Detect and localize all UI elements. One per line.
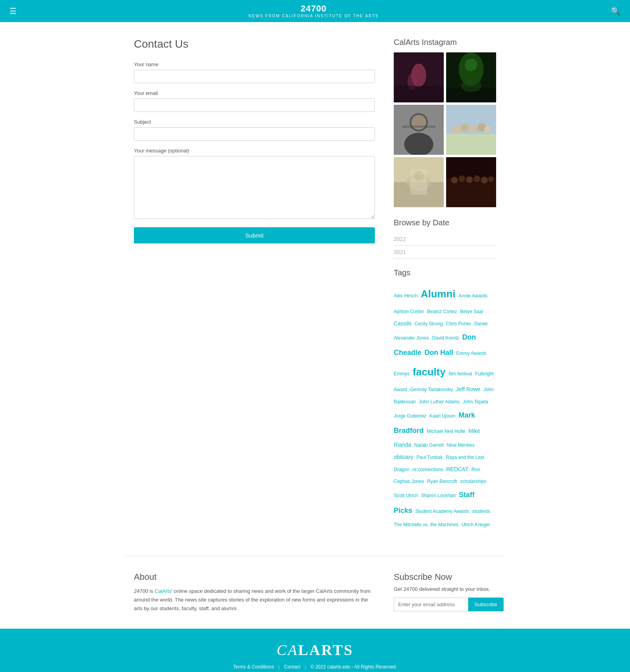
- tag-item[interactable]: Michael Ned Holte: [427, 429, 465, 434]
- svg-point-32: [481, 177, 488, 184]
- about-section: About 24700 is CalArts' online space ded…: [134, 572, 375, 613]
- footer-bottom: CaLARTS Terms & Conditions | Contact | ©…: [0, 629, 630, 672]
- tag-item[interactable]: John Luther Adams: [419, 399, 460, 405]
- instagram-image-1[interactable]: [394, 52, 444, 102]
- email-label: Your email: [134, 90, 375, 96]
- tag-item[interactable]: re:connections: [412, 467, 443, 472]
- tag-item[interactable]: REDCAT: [446, 466, 469, 472]
- svg-rect-3: [394, 86, 444, 102]
- svg-rect-15: [446, 134, 496, 155]
- tag-item[interactable]: Ryan Bancroft: [427, 479, 457, 484]
- tag-item[interactable]: Aphton Corbin: [394, 309, 424, 314]
- svg-point-33: [488, 176, 494, 182]
- tag-item[interactable]: Sharon Lockhart: [421, 493, 456, 498]
- tags-section: Tags Alex Hirsch Alumni Annie Awards Aph…: [394, 268, 496, 531]
- svg-point-30: [466, 176, 473, 183]
- message-textarea[interactable]: [134, 156, 375, 219]
- subscribe-title: Subscribe Now: [394, 572, 496, 582]
- tag-item[interactable]: The Mitchells vs. the Machines: [394, 522, 458, 527]
- tag-item[interactable]: Scott Ulrich: [394, 493, 418, 498]
- search-icon[interactable]: 🔍: [611, 6, 621, 16]
- tag-item[interactable]: Beatriz Cortez: [427, 309, 457, 314]
- tag-item[interactable]: Emmy Awards: [456, 351, 486, 356]
- tag-item[interactable]: Chris Porter: [446, 321, 471, 327]
- instagram-image-4[interactable]: [446, 105, 496, 155]
- footer-top: About 24700 is CalArts' online space ded…: [126, 556, 504, 629]
- submit-button[interactable]: Submit: [134, 227, 375, 243]
- instagram-grid: [394, 52, 496, 207]
- tag-item[interactable]: Alex Hirsch: [394, 293, 418, 299]
- subscribe-email-input[interactable]: [394, 598, 468, 611]
- about-title: About: [134, 572, 375, 582]
- svg-point-6: [465, 59, 478, 71]
- browse-by-date-section: Browse by Date 2022 2021: [394, 218, 496, 259]
- about-brand: 24700: [134, 588, 148, 594]
- tag-item[interactable]: students: [472, 509, 490, 514]
- tag-item[interactable]: Alumni: [421, 288, 456, 300]
- svg-point-19: [477, 123, 485, 132]
- name-label: Your name: [134, 61, 375, 67]
- sidebar: CalArts Instagram: [394, 38, 496, 540]
- browse-title: Browse by Date: [394, 218, 496, 227]
- instagram-image-2[interactable]: [446, 52, 496, 102]
- about-text: 24700 is CalArts' online space dedicated…: [134, 587, 375, 613]
- tag-item[interactable]: Student Academy Awards: [415, 509, 469, 514]
- svg-point-8: [461, 80, 482, 92]
- tag-item[interactable]: Annie Awards: [459, 293, 487, 299]
- tag-item[interactable]: film festival: [449, 371, 472, 377]
- footer-logo: CaLARTS: [8, 641, 622, 659]
- instagram-title: CalArts Instagram: [394, 38, 496, 47]
- terms-link[interactable]: Terms & Conditions: [233, 664, 274, 670]
- calarts-link[interactable]: CalArts: [155, 588, 172, 594]
- tag-item[interactable]: scholarships: [460, 479, 487, 484]
- copyright: © 2022 calarts.edu - All Rights Reserved…: [311, 664, 397, 670]
- svg-point-20: [484, 126, 491, 132]
- footer-links: Terms & Conditions | Contact | © 2022 ca…: [8, 664, 622, 670]
- subject-input[interactable]: [134, 127, 375, 141]
- tag-item[interactable]: faculty: [413, 366, 446, 378]
- tag-item[interactable]: Ulrich Krieger: [461, 522, 490, 527]
- subscribe-description: Get 24700 delivered straight to your inb…: [394, 586, 496, 592]
- tag-item[interactable]: Don Hall: [424, 349, 453, 356]
- subscribe-section: Subscribe Now Get 24700 delivered straig…: [394, 572, 496, 613]
- hamburger-icon[interactable]: ☰: [9, 6, 17, 16]
- instagram-image-5[interactable]: [394, 157, 444, 207]
- tag-item[interactable]: obituary: [394, 454, 413, 460]
- tag-item[interactable]: Cassils: [394, 320, 411, 327]
- tag-item[interactable]: Jeff Rowe: [456, 386, 480, 392]
- tag-item[interactable]: Nina Menkes: [447, 442, 474, 448]
- browse-year-2021[interactable]: 2021: [394, 246, 496, 259]
- svg-point-31: [474, 176, 480, 182]
- tag-item[interactable]: David Krentz: [432, 335, 459, 341]
- site-title: 24700: [248, 4, 379, 13]
- subscribe-button[interactable]: Subscribe: [468, 598, 504, 611]
- tag-item[interactable]: Paul Turbiak: [417, 455, 443, 460]
- name-input[interactable]: [134, 70, 375, 83]
- tag-item[interactable]: John Tejada: [463, 399, 488, 405]
- svg-point-18: [469, 124, 477, 133]
- page-title: Contact Us: [134, 38, 375, 50]
- tag-item[interactable]: Nataki Garrett: [414, 442, 444, 448]
- tag-item[interactable]: Jorge Gutierrez: [394, 413, 426, 419]
- browse-year-2022[interactable]: 2022: [394, 233, 496, 246]
- instagram-image-3[interactable]: [394, 105, 444, 155]
- email-input[interactable]: [134, 98, 375, 112]
- tag-item[interactable]: Cecily Strong: [415, 321, 443, 327]
- site-subtitle: NEWS FROM CALIFORNIA INSTITUTE OF THE AR…: [248, 14, 379, 18]
- svg-point-16: [452, 125, 461, 133]
- separator-1: |: [278, 664, 280, 670]
- instagram-image-6[interactable]: [446, 157, 496, 207]
- tags-cloud: Alex Hirsch Alumni Annie Awards Aphton C…: [394, 283, 496, 531]
- tag-item[interactable]: Emmys: [394, 371, 410, 377]
- tag-item[interactable]: Kaari Upson: [430, 413, 456, 419]
- message-label: Your message (optional): [134, 148, 375, 154]
- email-field-group: Your email: [134, 90, 375, 112]
- separator-2: |: [305, 664, 306, 670]
- tags-title: Tags: [394, 268, 496, 277]
- instagram-section: CalArts Instagram: [394, 38, 496, 207]
- contact-link[interactable]: Contact: [284, 664, 300, 670]
- contact-form-section: Contact Us Your name Your email Subject …: [134, 38, 375, 540]
- message-field-group: Your message (optional): [134, 148, 375, 220]
- tag-item[interactable]: Genndy Tartakovsky: [410, 387, 453, 392]
- tag-item[interactable]: Betye Saar: [460, 309, 484, 314]
